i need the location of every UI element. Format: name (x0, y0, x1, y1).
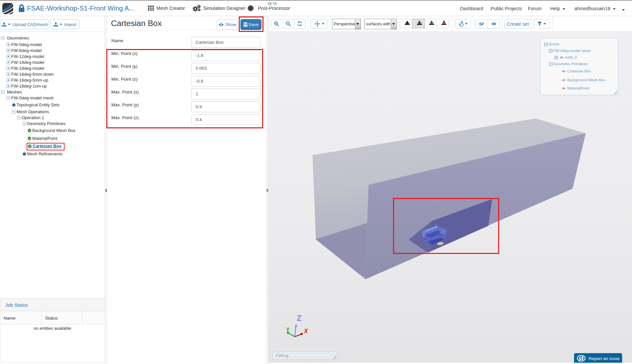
svg-text:X: X (304, 328, 308, 334)
svg-text:Z: Z (297, 314, 302, 323)
svg-text:Y: Y (286, 326, 290, 333)
